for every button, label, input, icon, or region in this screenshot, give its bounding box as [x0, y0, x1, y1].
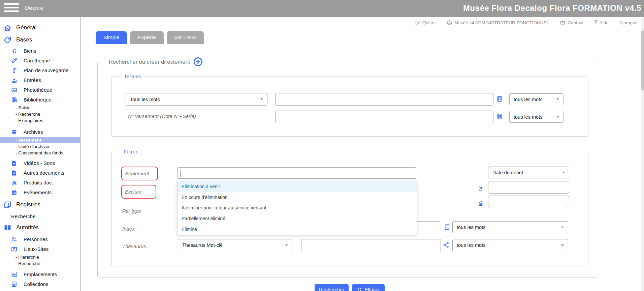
sidebar-item-p-riodes[interactable]: Périodes [0, 289, 80, 291]
sidebar-item-produits-doc[interactable]: Produits doc. [0, 178, 80, 187]
chevron-down-icon [260, 98, 263, 100]
gte-symbol: ≥ [479, 185, 482, 192]
termes-row1-mode-select[interactable]: tous les mots [509, 93, 564, 105]
sidebar-item-autorit-s[interactable]: Autorités [0, 222, 80, 234]
sidebar-item-entr-es[interactable]: Entrées [0, 75, 80, 85]
index-book-icon[interactable] [496, 95, 503, 103]
dropdown-option-elimination-venir[interactable]: Elimination à venir [178, 181, 417, 192]
sidebar-item-versement[interactable]: - Versement [0, 137, 80, 143]
search-create-legend: Rechercher ou créer directement [109, 59, 190, 65]
thesaurus-select-value: Thesaurus Mot-clé [182, 242, 223, 248]
sidebar-item-g-n-ral[interactable]: Général [0, 22, 80, 34]
dropdown-option-en-cours-d-limination[interactable]: En cours d'élimination [178, 192, 417, 203]
index-book-icon[interactable] [496, 113, 503, 120]
termes-panel: Termes Tous les mots tous les mots N° ve… [111, 77, 588, 137]
sidebar-item-biblioth-que[interactable]: Bibliothèque [0, 95, 80, 105]
sidebar-item-classement-des-fonds[interactable]: - Classement des fonds [0, 150, 80, 156]
sidebar-item-caroth-que[interactable]: Carothèque [0, 56, 80, 65]
dropdown-option-limin[interactable]: Éliminé [178, 224, 417, 235]
mail-icon [560, 20, 566, 26]
sidebar-item-unit-d-archives[interactable]: - Unité d'archives [0, 143, 80, 150]
sidebar-item-label: Général [16, 24, 36, 31]
header-bar: Décrire Musée Flora Decalog Flora FORMAT… [0, 0, 644, 17]
sidebar-item-saisie[interactable]: - Saisie [0, 105, 80, 111]
sidebar-item-personnes[interactable]: Personnes [0, 234, 80, 244]
sidebar-item-biens[interactable]: Biens [0, 46, 80, 56]
sidebar-item-recherche[interactable]: - Recherche [0, 260, 80, 267]
sidebar-item-label: Biens [24, 48, 36, 54]
index-mode-select[interactable]: tous les mots [452, 221, 568, 233]
thesaurus-mode-value: tous les mots [457, 242, 485, 248]
termes-row1-input[interactable] [275, 93, 493, 106]
hamburger-menu-icon[interactable] [4, 3, 19, 14]
quitter-link[interactable]: Quitter [415, 20, 436, 26]
vertical-scrollbar[interactable] [641, 18, 644, 291]
help-icon: ? [594, 20, 598, 26]
termes-row2-mode-value: tous les mots [514, 114, 542, 120]
inbox-icon [11, 77, 18, 84]
app-screen: Décrire Musée Flora Decalog Flora FORMAT… [0, 0, 644, 291]
sidebar-item-label: - Saisie [15, 105, 31, 110]
user-link[interactable]: Musée v4 ADMINISTRATEUR FONCTIONNEL [447, 20, 549, 26]
sidebar-item-label: Entrées [24, 77, 41, 83]
aide-label: Aide [600, 20, 609, 25]
sidebar-item-label: Bibliothèque [24, 97, 52, 103]
termes-row2-input[interactable] [275, 111, 493, 123]
text-cursor [181, 170, 181, 177]
sidebar-item-label: Collections [24, 281, 48, 287]
effacer-button[interactable]: Effacer [352, 284, 385, 291]
share-nodes-icon[interactable] [443, 241, 450, 249]
termes-field-select[interactable]: Tous les mots [126, 93, 267, 106]
sidebar-item-exemplaires[interactable]: - Exemplaires [0, 117, 80, 124]
sidebar-item-label: Carothèque [24, 58, 50, 63]
chevron-down-icon [562, 172, 565, 173]
index-label: Index [122, 226, 135, 232]
search-create-panel: Rechercher ou créer directement Termes T… [97, 62, 597, 278]
thesaurus-input[interactable] [301, 239, 441, 251]
sidebar-item-recherche[interactable]: - Recherche [0, 111, 80, 117]
termes-row1-mode-value: tous les mots [514, 97, 542, 102]
termes-row2-mode-select[interactable]: tous les mots [509, 111, 564, 123]
calendar-icon [11, 189, 18, 196]
thesaurus-mode-select[interactable]: tous les mots [452, 239, 568, 251]
scrollbar-thumb[interactable] [641, 30, 644, 90]
add-circle-icon[interactable] [193, 57, 203, 66]
sidebar-item-collections[interactable]: Collections [0, 279, 80, 289]
sidebar-item-label: Evènements [24, 190, 52, 195]
dropdown-option-a-liminer-pour-retour-au-service-versant[interactable]: A éliminer pour retour au service versan… [178, 203, 417, 213]
sidebar-item-label: Recherche [11, 213, 36, 219]
tab-simple[interactable]: Simple [96, 31, 127, 44]
sidebar-item-label: Autres documents [24, 170, 64, 176]
sidebar-item-plan-de-sauvegarde[interactable]: Plan de sauvegarde [0, 65, 80, 75]
sidebar-item-bases[interactable]: Bases [0, 34, 80, 46]
sidebar-item-archives[interactable]: Archives [0, 127, 80, 137]
sidebar-item-hi-rarchie[interactable]: - Hiérarchie [0, 254, 80, 260]
apropos-link[interactable]: A propos [619, 20, 637, 25]
sidebar-item-ev-nements[interactable]: Evènements [0, 187, 80, 197]
sidebar-item-recherche[interactable]: Recherche [0, 211, 80, 222]
tag-icon [3, 36, 12, 44]
sidebar-item-vid-os-sons[interactable]: Vidéos - Sons [0, 158, 80, 168]
date-gte-input[interactable] [488, 181, 569, 194]
dropdown-option-partiellement-limin[interactable]: Partiellement éliminé [178, 213, 417, 224]
sidebar-item-emplacements[interactable]: Emplacements [0, 269, 80, 279]
sidebar-item-autres-documents[interactable]: Autres documents [0, 168, 80, 178]
sidebar-item-label: - Versement [15, 138, 41, 143]
date-field-value: Date de début [492, 170, 523, 175]
tab-par-liens[interactable]: par Liens [167, 31, 204, 44]
thesaurus-select[interactable]: Thesaurus Mot-clé [178, 239, 292, 251]
index-book-icon[interactable] [444, 224, 451, 231]
date-field-select[interactable]: Date de début [488, 167, 569, 178]
sidebar-item-registres[interactable]: Registres [0, 199, 80, 211]
status-combobox[interactable] [177, 167, 416, 179]
sidebar-item-label: Vidéos - Sons [24, 160, 55, 166]
date-lte-input[interactable] [488, 196, 569, 208]
aide-link[interactable]: ? Aide [594, 20, 609, 26]
sidebar-item-phototh-que[interactable]: Photothèque [0, 85, 80, 95]
contact-link[interactable]: Contact [560, 20, 583, 26]
sidebar-item-label: Produits doc. [24, 180, 53, 185]
sidebar-item-lieux-sites[interactable]: Lieux-Sites [0, 244, 80, 254]
tab-experte[interactable]: Experte [130, 31, 163, 44]
rechercher-button[interactable]: Rechercher [315, 284, 349, 291]
sidebar-item-label: Photothèque [24, 87, 52, 93]
